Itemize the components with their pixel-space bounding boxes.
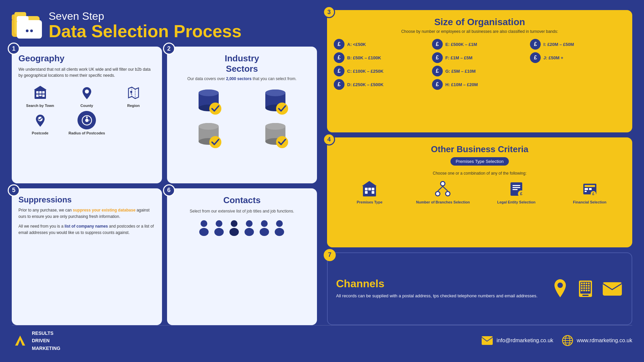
geo-item-region: Region (112, 83, 155, 108)
svg-rect-52 (365, 188, 368, 190)
svg-rect-55 (365, 191, 368, 194)
logo-text: RESULTS DRIVEN MARKETING (32, 329, 60, 352)
band-e: £ E: £500K – £1M (432, 39, 528, 50)
geo-label-postcode: Postcode (32, 131, 49, 135)
pound-icon-a: £ (334, 39, 344, 50)
map-pin-icon (77, 83, 96, 102)
band-c-label: C: £100K – £250K (347, 69, 383, 74)
step7-icons (551, 278, 623, 300)
step4-label-premises: Premises Type (357, 200, 382, 204)
svg-rect-68 (513, 185, 520, 186)
geo-item-county: County (65, 83, 108, 108)
step7-card: 7 Channels All records can be supplied w… (327, 252, 632, 325)
step3-badge: 3 (323, 6, 335, 18)
svg-rect-83 (582, 295, 589, 296)
step7-desc: All records can be supplied with a posta… (336, 293, 544, 300)
band-d: £ D: £250K – £500K (334, 79, 429, 90)
step2-desc: Our data covers over 2,000 sectors that … (174, 76, 311, 82)
svg-point-46 (245, 228, 254, 236)
logo-icon (12, 334, 29, 347)
step7-text: Channels All records can be supplied wit… (336, 278, 544, 300)
svg-rect-74 (585, 185, 595, 187)
postcode-icon (31, 111, 49, 129)
svg-point-41 (216, 220, 222, 227)
step2-badge: 2 (163, 43, 175, 55)
svg-rect-87 (588, 283, 590, 284)
step3-bands: £ A: <£50K £ E: £500K – £1M £ I: £20M – … (334, 39, 626, 90)
svg-rect-7 (39, 96, 42, 99)
svg-rect-99 (588, 290, 590, 291)
svg-rect-86 (586, 283, 587, 284)
band-b: £ B: £50K – £100K (334, 52, 429, 63)
geo-label-town: Search by Town (26, 104, 54, 108)
step1-title: Geography (18, 53, 155, 64)
pound-icon-j: £ (530, 52, 541, 63)
footer-email: info@rdmarketing.co.uk (481, 336, 553, 345)
svg-point-64 (441, 182, 444, 185)
step5-desc2: All we need from you is a list of compan… (18, 223, 155, 236)
step4-card: 4 Other Business Criteria Premises Type … (327, 137, 632, 247)
svg-rect-1 (36, 91, 39, 94)
email-footer-icon (481, 336, 493, 345)
phone-icon (576, 278, 595, 300)
step4-item-branches: Number of Branches Selection (407, 180, 479, 204)
step6-icons (174, 219, 311, 236)
svg-rect-57 (368, 192, 371, 196)
svg-point-40 (199, 228, 209, 236)
premises-badge: Premises Type Selection (450, 157, 509, 166)
step1-badge: 1 (8, 43, 20, 55)
pound-icon-f: £ (432, 52, 443, 63)
svg-rect-95 (588, 287, 590, 289)
step1-desc: We understand that not all clients work … (18, 66, 155, 78)
svg-point-47 (261, 220, 268, 227)
email-icon (601, 280, 623, 298)
svg-rect-56 (372, 191, 374, 194)
building-icon (31, 83, 49, 102)
step1-card: 1 Geography We understand that not all c… (12, 47, 162, 183)
svg-point-49 (276, 220, 283, 227)
map-region-icon (124, 83, 143, 102)
step2-card: 2 IndustrySectors Our data covers over 2… (167, 47, 317, 183)
radius-icon (77, 111, 96, 129)
pound-icon-g: £ (432, 66, 443, 76)
band-c: £ C: £100K – £250K (334, 66, 429, 76)
logo-area: RESULTS DRIVEN MARKETING (12, 329, 60, 352)
step6-desc: Select from our extensive list of job ti… (174, 208, 311, 214)
svg-rect-84 (581, 283, 583, 284)
svg-point-43 (231, 220, 237, 227)
band-d-label: D: £250K – £500K (347, 82, 383, 87)
geo-item-radius: Radius of Postcodes (65, 111, 108, 135)
footer-website: www.rdmarketing.co.uk (562, 335, 632, 347)
svg-line-62 (438, 186, 443, 191)
svg-rect-89 (583, 285, 585, 287)
svg-rect-77 (585, 191, 587, 192)
svg-rect-96 (581, 290, 583, 291)
step4-label-branches: Number of Branches Selection (416, 200, 470, 204)
footer-email-text: info@rdmarketing.co.uk (496, 338, 553, 344)
svg-point-65 (436, 192, 439, 195)
band-i: £ I: £20M – £50M (530, 39, 626, 50)
step5-desc1: Prior to any purchase, we can suppress y… (18, 207, 155, 220)
svg-point-50 (275, 228, 284, 236)
band-e-label: E: £500K – £1M (445, 42, 477, 47)
step1-icons-row2: Postcode Radius of Postcodes (18, 111, 155, 135)
svg-point-16 (86, 116, 88, 118)
right-content: 3 Size of Organisation Choose by number … (322, 10, 632, 325)
step3-card: 3 Size of Organisation Choose by number … (327, 10, 632, 132)
step3-desc: Choose by number or employees or all bus… (334, 29, 626, 34)
geo-item-postcode: Postcode (18, 111, 62, 135)
step6-title: Contacts (174, 195, 311, 205)
svg-point-22 (199, 89, 219, 96)
svg-point-66 (446, 192, 449, 195)
svg-rect-94 (586, 287, 587, 289)
svg-rect-103 (482, 336, 493, 345)
svg-point-32 (199, 123, 219, 130)
header-text: Seven Step Data Selection Process (49, 10, 241, 40)
pound-icon-e: £ (432, 39, 443, 50)
svg-point-48 (260, 228, 269, 236)
svg-rect-70 (513, 189, 518, 190)
step1-icons-row1: Search by Town County (18, 83, 155, 108)
band-f: £ F: £1M – £5M (432, 52, 528, 63)
svg-rect-54 (372, 188, 374, 190)
svg-marker-58 (362, 181, 377, 186)
